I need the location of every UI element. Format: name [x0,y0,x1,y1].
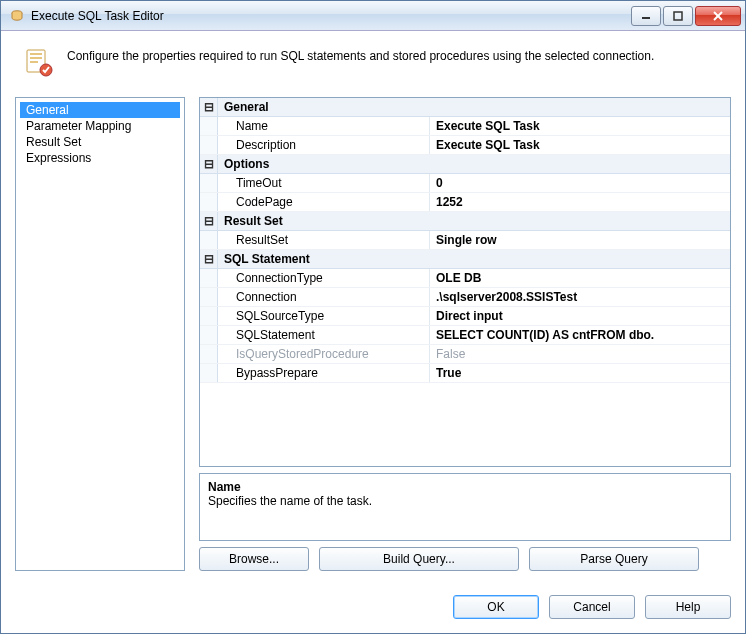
prop-label: TimeOut [218,174,430,192]
svg-rect-8 [30,61,38,63]
collapse-icon[interactable]: ⊟ [200,212,218,230]
dialog-header: Configure the properties required to run… [15,41,731,97]
category-label: Result Set [218,212,430,230]
propgrid-row[interactable]: ResultSetSingle row [200,231,730,250]
dialog-description: Configure the properties required to run… [67,47,654,63]
property-help-box: Name Specifies the name of the task. [199,473,731,541]
maximize-button[interactable] [663,6,693,26]
prop-value[interactable]: True [430,364,730,382]
prop-value[interactable]: Execute SQL Task [430,117,730,135]
nav-item-expressions[interactable]: Expressions [20,150,180,166]
property-grid[interactable]: ⊟GeneralNameExecute SQL TaskDescriptionE… [199,97,731,467]
propgrid-row[interactable]: ConnectionTypeOLE DB [200,269,730,288]
help-button[interactable]: Help [645,595,731,619]
prop-label: Name [218,117,430,135]
prop-value[interactable]: Execute SQL Task [430,136,730,154]
collapse-icon[interactable]: ⊟ [200,250,218,268]
right-column: ⊟GeneralNameExecute SQL TaskDescriptionE… [199,97,731,571]
prop-label: Connection [218,288,430,306]
propgrid-row[interactable]: CodePage1252 [200,193,730,212]
window-title: Execute SQL Task Editor [31,9,629,23]
window-buttons [629,6,741,26]
help-name: Name [208,480,722,494]
svg-rect-7 [30,57,42,59]
svg-rect-6 [30,53,42,55]
query-buttons-row: Browse... Build Query... Parse Query [199,547,731,571]
propgrid-row[interactable]: BypassPrepareTrue [200,364,730,383]
propgrid-category[interactable]: ⊟Result Set [200,212,730,231]
prop-value[interactable]: Direct input [430,307,730,325]
dialog-body: Configure the properties required to run… [1,31,745,633]
build-query-button[interactable]: Build Query... [319,547,519,571]
prop-value[interactable]: 0 [430,174,730,192]
prop-value[interactable]: 1252 [430,193,730,211]
prop-label: Description [218,136,430,154]
propgrid-row[interactable]: TimeOut0 [200,174,730,193]
dialog-footer: OK Cancel Help [15,571,731,619]
help-text: Specifies the name of the task. [208,494,722,508]
close-button[interactable] [695,6,741,26]
parse-query-button[interactable]: Parse Query [529,547,699,571]
prop-value[interactable]: Single row [430,231,730,249]
propgrid-row[interactable]: Connection.\sqlserver2008.SSISTest [200,288,730,307]
nav-item-parameter-mapping[interactable]: Parameter Mapping [20,118,180,134]
titlebar[interactable]: Execute SQL Task Editor [1,1,745,31]
prop-label: BypassPrepare [218,364,430,382]
browse-button[interactable]: Browse... [199,547,309,571]
prop-label: ResultSet [218,231,430,249]
category-label: General [218,98,430,116]
collapse-icon[interactable]: ⊟ [200,98,218,116]
propgrid-row[interactable]: IsQueryStoredProcedureFalse [200,345,730,364]
main-area: GeneralParameter MappingResult SetExpres… [15,97,731,571]
propgrid-row[interactable]: DescriptionExecute SQL Task [200,136,730,155]
nav-pane: GeneralParameter MappingResult SetExpres… [15,97,185,571]
nav-item-result-set[interactable]: Result Set [20,134,180,150]
propgrid-category[interactable]: ⊟Options [200,155,730,174]
propgrid-row[interactable]: NameExecute SQL Task [200,117,730,136]
nav-item-general[interactable]: General [20,102,180,118]
cancel-button[interactable]: Cancel [549,595,635,619]
propgrid-row[interactable]: SQLSourceTypeDirect input [200,307,730,326]
dialog-window: Execute SQL Task Editor [0,0,746,634]
collapse-icon[interactable]: ⊟ [200,155,218,173]
ok-button[interactable]: OK [453,595,539,619]
prop-label: CodePage [218,193,430,211]
propgrid-category[interactable]: ⊟SQL Statement [200,250,730,269]
prop-label: IsQueryStoredProcedure [218,345,430,363]
prop-value[interactable]: False [430,345,730,363]
minimize-button[interactable] [631,6,661,26]
prop-value[interactable]: .\sqlserver2008.SSISTest [430,288,730,306]
prop-label: ConnectionType [218,269,430,287]
prop-label: SQLStatement [218,326,430,344]
prop-value[interactable]: OLE DB [430,269,730,287]
app-icon [9,8,25,24]
propgrid-category[interactable]: ⊟General [200,98,730,117]
task-icon [23,47,55,79]
prop-value[interactable]: SELECT COUNT(ID) AS cntFROM dbo. [430,326,730,344]
category-label: SQL Statement [218,250,430,268]
svg-rect-2 [674,12,682,20]
category-label: Options [218,155,430,173]
prop-label: SQLSourceType [218,307,430,325]
propgrid-row[interactable]: SQLStatementSELECT COUNT(ID) AS cntFROM … [200,326,730,345]
